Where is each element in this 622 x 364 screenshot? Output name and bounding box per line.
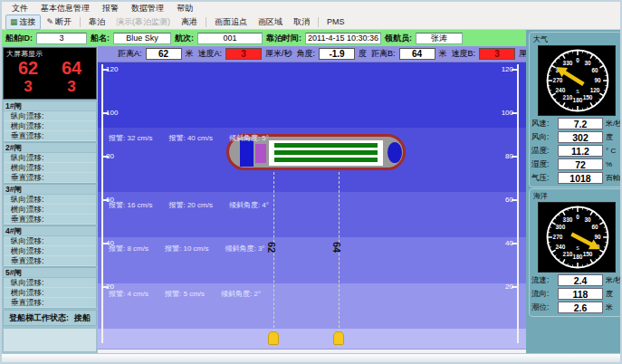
axis-tick-label: 60 [106,196,114,204]
measurement-label: 角度: [297,48,316,60]
gauge-needle [569,229,603,254]
sensor-marker [333,331,344,345]
gate-group-title: 1#闸 [4,101,96,111]
depth-band [98,192,526,237]
gate-group-title: 5#闸 [4,268,96,278]
drift-row-label: 纵向漂移: [4,153,96,163]
toolbar-button[interactable]: 画面追点 [210,14,252,30]
measurement-label: 速度B: [452,48,476,60]
svg-text:240: 240 [556,87,566,93]
toolbar-button[interactable]: 画区域 [254,14,287,30]
deck-stripe [274,150,378,155]
info-field-value[interactable]: Blue Sky [113,33,171,44]
compass-gauge-svg: 0306090120150180210240270300330S [539,203,617,272]
berthing-plot-area: 报警: 32 cm/s报警: 40 cm/s倾斜角度: 5°报警: 16 cm/… [98,62,526,353]
gate-drift-group: 5#闸纵向漂移:横向漂移:垂直漂移: [3,267,97,309]
big-screen-display: 大屏幕显示 6264 33 [3,47,97,100]
svg-text:60: 60 [592,224,599,230]
toolbar-button: 演示(靠泊监测) [111,14,175,30]
alarm-tilt-angle: 倾斜角度: 5° [229,133,269,143]
alarm-speed-a: 报警: 32 cm/s [109,133,152,143]
axis-tick-label: 80 [505,152,513,160]
svg-text:90: 90 [595,77,602,83]
toolbar-button-label: 断开 [55,16,72,28]
svg-text:300: 300 [556,224,566,230]
ship-deck-area [269,140,383,166]
svg-text:60: 60 [592,67,599,73]
main-row: 船舶ID:3船名:Blue Sky航次:001靠泊时间:2011-4-15 10… [2,30,620,353]
alert-value-box: 3 [225,48,262,60]
atmosphere-label: 风向: [531,132,555,143]
atmosphere-title: 大气 [533,34,622,44]
toolbar-separator [206,17,206,27]
menu-item[interactable]: 报警 [96,2,125,15]
alarm-speed-a: 报警: 4 cm/s [109,289,148,299]
svg-text:30: 30 [585,60,592,66]
drift-row-label: 横向漂移: [4,163,96,173]
svg-text:S: S [576,89,579,94]
distance-value-label: 64 [331,242,342,253]
axis-tick-label: 100 [502,109,513,117]
atmosphere-field: 温度:11.2° C [531,145,622,157]
alarm-speed-b: 报警: 10 cm/s [165,244,208,254]
big-screen-value: 3 [6,79,50,94]
menu-item[interactable]: 文件 [5,2,34,15]
measurement-item: 距离B:64米 [371,48,447,60]
big-screen-value: 64 [50,59,93,77]
ocean-label: 流速: [531,275,555,286]
atmosphere-field: 湿度:72% [531,158,622,170]
toolbar-button[interactable]: PMS [322,15,349,28]
info-field-label: 靠泊时间: [266,33,301,44]
toolbar-button[interactable]: ▦连接 [5,14,41,30]
toolbar-button[interactable]: 取消 [289,14,314,30]
ocean-unit: 度 [606,289,613,299]
gate-group-title: 2#闸 [4,143,96,153]
ocean-field: 潮位:2.6米 [531,302,622,313]
svg-text:210: 210 [563,94,573,101]
menu-item[interactable]: 基本信息管理 [34,2,96,15]
boarding-ladder-label: 登船梯工作状态: [9,312,69,324]
atmosphere-unit: ° C [606,147,616,155]
axis-line [517,64,519,343]
svg-text:330: 330 [563,60,573,66]
axis-tick-label: 120 [502,65,513,73]
info-field-value[interactable]: 2011-4-15 10:30:36 [305,33,381,44]
atmosphere-label: 湿度: [531,159,555,170]
svg-text:270: 270 [553,77,563,83]
drift-row-label: 纵向漂移: [4,111,96,121]
atmosphere-value: 302 [558,131,603,143]
wind-direction-gauge: 0306090120150180210240270300330S [538,45,616,116]
svg-text:270: 270 [553,234,563,240]
menu-item[interactable]: 帮助 [170,2,199,15]
toolbar-button[interactable]: 离港 [177,14,202,30]
svg-text:0: 0 [576,214,579,220]
measurement-unit: 米 [186,48,194,60]
menu-item[interactable]: 数据管理 [125,2,170,15]
compass-gauge-svg: 0306090120150180210240270300330S [539,46,617,115]
menu-bar: 文件基本信息管理报警数据管理帮助 [2,2,620,14]
measurement-label: 距离A: [118,48,142,60]
toolbar-button-label: 演示(靠泊监测) [116,16,170,28]
drift-row-label: 垂直漂移: [4,131,96,141]
svg-text:S: S [576,245,579,251]
ocean-group: 海洋 0306090120150180210240270300330S 流速:2… [529,188,622,317]
info-field-value[interactable]: 张涛 [416,33,463,44]
svg-text:240: 240 [556,244,566,250]
measurement-item: 角度:-1.9度 [297,48,368,60]
atmosphere-value: 7.2 [558,118,603,129]
info-field-value[interactable]: 3 [36,33,87,44]
ocean-unit: 米/秒 [606,275,622,285]
toolbar-button[interactable]: 靠泊 [84,14,110,30]
gate-drift-group: 3#闸纵向漂移:横向漂移:垂直漂移: [3,184,97,225]
toolbar-button-label: 画区域 [258,16,282,28]
atmosphere-unit: 米/秒 [606,119,622,129]
depth-band [98,62,526,128]
atmosphere-unit: % [606,160,612,168]
atmosphere-label: 风速: [531,119,555,129]
svg-text:330: 330 [563,216,573,223]
alarm-threshold-row: 报警: 16 cm/s报警: 20 cm/s倾斜角度: 4° [98,200,269,210]
toolbar-button[interactable]: ✎断开 [43,14,77,30]
info-field-label: 航次: [175,33,194,44]
info-field-value[interactable]: 001 [197,33,263,44]
content-row: 大屏幕显示 6264 33 1#闸纵向漂移:横向漂移:垂直漂移:2#闸纵向漂移:… [2,46,526,353]
